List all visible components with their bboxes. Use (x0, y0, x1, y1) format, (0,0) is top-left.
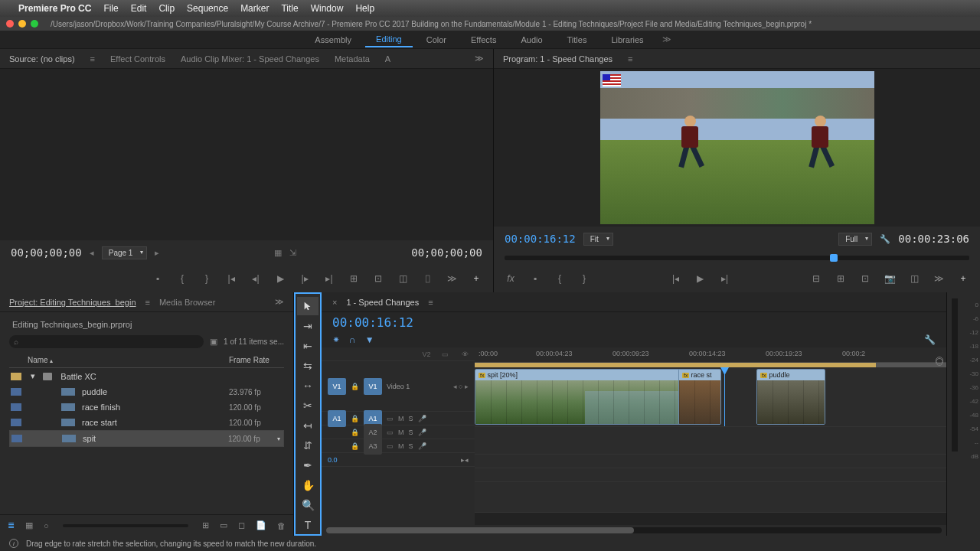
add-button-icon[interactable]: + (470, 272, 482, 285)
app-name[interactable]: Premiere Pro CC (18, 3, 91, 14)
step-fwd-icon[interactable]: |▸ (299, 272, 311, 285)
overlay-icon[interactable]: ⇲ (289, 248, 296, 258)
program-tc-out[interactable]: 00:00:23:06 (898, 233, 969, 245)
overwrite-icon[interactable]: ⊡ (372, 272, 384, 285)
sync-lock-icon[interactable]: ▭ (387, 415, 394, 422)
clip-puddle[interactable]: fxpuddle (756, 369, 825, 425)
master-vol[interactable]: 0.0 (328, 456, 338, 464)
linked-sel-icon[interactable]: ∩ (349, 334, 356, 345)
marker-icon[interactable]: ▪ (152, 272, 164, 285)
clip-row[interactable]: race finish120.00 fp (9, 399, 284, 415)
freeform-icon[interactable]: ○ (44, 521, 49, 530)
slide-tool-icon[interactable]: ⇵ (297, 436, 318, 455)
resolution-select[interactable]: Full (838, 233, 872, 246)
tab-source[interactable]: Source: (no clips) (9, 54, 75, 64)
out-point-icon[interactable]: } (201, 272, 213, 285)
fx-icon[interactable]: fx (505, 272, 517, 285)
insert-icon[interactable]: ⊞ (348, 272, 360, 285)
mute-btn[interactable]: M (398, 415, 404, 422)
mic-icon[interactable]: 🎤 (418, 442, 426, 450)
ws-overflow-icon[interactable]: ≫ (658, 34, 676, 44)
col-framerate[interactable]: Frame Rate (229, 356, 283, 364)
tab-effect-controls[interactable]: Effect Controls (110, 54, 165, 64)
selection-tool-icon[interactable] (297, 297, 318, 315)
a3-target-btn[interactable]: A3 (364, 438, 382, 455)
menu-window[interactable]: Window (311, 3, 344, 14)
snap-icon[interactable]: ⁕ (332, 334, 340, 345)
v1-source-btn[interactable]: V1 (328, 378, 346, 395)
sync-lock-icon[interactable]: ▭ (387, 442, 394, 450)
snapshot-icon[interactable]: 📷 (884, 272, 896, 285)
rolling-edit-tool-icon[interactable]: ⇆ (297, 357, 318, 375)
bin-row[interactable]: ▾ Battle XC (9, 368, 284, 384)
track-select-tool-icon[interactable]: ⇥ (297, 317, 318, 335)
zoom-window-button[interactable] (31, 20, 38, 28)
collapse-icon[interactable]: ▸◂ (461, 456, 469, 464)
solo-btn[interactable]: S (409, 415, 413, 422)
new-bin-icon[interactable]: ◻ (238, 520, 245, 530)
project-search-input[interactable] (9, 335, 204, 348)
tab-project[interactable]: Project: Editing Techniques_begin (9, 298, 136, 307)
time-ruler[interactable]: :00:00 00:00:04:23 00:00:09:23 00:00:14:… (475, 347, 946, 363)
find-icon[interactable]: ▭ (220, 520, 227, 530)
sync-lock-icon[interactable]: ▭ (387, 429, 394, 436)
toggle-output-icon[interactable]: ▭ (442, 350, 449, 358)
out-point-icon[interactable]: } (578, 272, 590, 285)
mic-icon[interactable]: 🎤 (418, 429, 426, 436)
ws-color[interactable]: Color (416, 33, 457, 47)
source-overflow-icon[interactable]: ≫ (475, 54, 484, 64)
v1-target-btn[interactable]: V1 (364, 378, 382, 395)
filter-bin-icon[interactable]: ▣ (210, 337, 217, 347)
in-point-icon[interactable]: { (176, 272, 188, 285)
menu-clip[interactable]: Clip (158, 3, 175, 14)
zoom-fit-select[interactable]: Fit (583, 233, 613, 246)
ws-libraries[interactable]: Libraries (600, 33, 654, 47)
play-icon[interactable]: ▶ (694, 272, 707, 285)
col-name[interactable]: Name ▴ (11, 356, 229, 364)
export-frame-icon[interactable]: ◫ (397, 272, 409, 285)
tab-audio-mixer[interactable]: Audio Clip Mixer: 1 - Speed Changes (181, 54, 319, 64)
menu-title[interactable]: Title (281, 3, 298, 14)
playhead[interactable] (724, 367, 725, 426)
step-back-icon[interactable]: ◂| (250, 272, 262, 285)
list-view-icon[interactable]: ≣ (8, 520, 15, 530)
clip-row[interactable]: puddle23.976 fp (9, 384, 284, 399)
ws-titles[interactable]: Titles (557, 33, 598, 47)
export-icon[interactable]: ⊡ (859, 272, 871, 285)
ripple-edit-tool-icon[interactable]: ⇤ (297, 337, 318, 355)
razor-tool-icon[interactable]: ✂ (297, 396, 318, 415)
lock-icon[interactable]: 🔒 (351, 442, 359, 450)
lift-icon[interactable]: ⊟ (810, 272, 822, 285)
solo-btn[interactable]: S (409, 429, 413, 436)
mute-btn[interactable]: M (398, 429, 404, 436)
auto-seq-icon[interactable]: ⊞ (202, 520, 209, 530)
extract-icon[interactable]: ⊞ (835, 272, 847, 285)
menu-help[interactable]: Help (355, 3, 374, 14)
menu-edit[interactable]: Edit (131, 3, 147, 14)
ws-assembly[interactable]: Assembly (304, 33, 362, 47)
goto-out-icon[interactable]: ▸| (323, 272, 335, 285)
solo-btn[interactable]: S (409, 442, 413, 450)
a1-source-btn[interactable]: A1 (328, 410, 346, 427)
lock-icon[interactable]: 🔒 (351, 429, 359, 436)
sequence-tab[interactable]: 1 - Speed Changes (346, 298, 419, 307)
track-area[interactable]: :00:00 00:00:04:23 00:00:09:23 00:00:14:… (475, 347, 946, 525)
trash-icon[interactable]: 🗑 (277, 521, 286, 530)
hand-tool-icon[interactable]: ✋ (297, 476, 318, 494)
project-overflow-icon[interactable]: ≫ (275, 297, 284, 307)
program-preview[interactable] (494, 69, 980, 227)
tab-media-browser[interactable]: Media Browser (159, 298, 215, 307)
icon-view-icon[interactable]: ▦ (25, 520, 33, 530)
ws-audio[interactable]: Audio (510, 33, 553, 47)
lock-icon[interactable]: 🔒 (351, 383, 359, 390)
rate-stretch-tool-icon[interactable]: ↔ (297, 377, 318, 395)
add-button-icon[interactable]: + (957, 272, 969, 285)
timeline-tc[interactable]: 00:00:16:12 (332, 315, 413, 330)
safe-margins-icon[interactable]: ▦ (274, 248, 282, 258)
close-window-button[interactable] (6, 20, 14, 28)
more-icon[interactable]: ≫ (933, 272, 945, 285)
ws-effects[interactable]: Effects (460, 33, 507, 47)
menu-sequence[interactable]: Sequence (187, 3, 228, 14)
mic-icon[interactable]: 🎤 (418, 415, 426, 422)
mute-btn[interactable]: M (398, 442, 404, 450)
